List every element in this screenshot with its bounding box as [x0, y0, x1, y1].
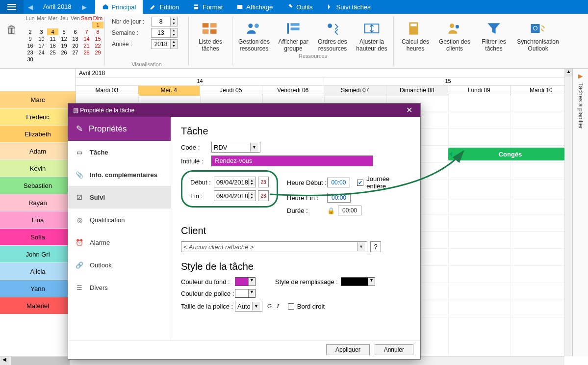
- italic-toggle[interactable]: I: [277, 302, 279, 310]
- couleur-fond-label: Couleur du fond :: [181, 278, 235, 286]
- link-icon: 🔗: [75, 261, 84, 269]
- couleur-police-label: Couleur de police :: [181, 290, 235, 297]
- clock-icon: ⏰: [75, 238, 84, 247]
- resource-row[interactable]: Sofia: [0, 229, 76, 246]
- debut-date-input[interactable]: 09/04/2018▲▼: [214, 177, 256, 187]
- resource-row[interactable]: Yann: [0, 280, 76, 297]
- resource-row[interactable]: Elizabeth: [0, 126, 76, 143]
- heure-debut-input[interactable]: 00:00: [327, 178, 351, 187]
- tab-suivi-label: Suivi tâches: [336, 3, 371, 11]
- fin-calendar-button[interactable]: 23: [258, 190, 269, 201]
- vertical-scrollbar[interactable]: ▲: [564, 69, 572, 356]
- tab-outils-label: Outils: [296, 3, 312, 11]
- btn-gestion-clients[interactable]: Gestion des clients: [435, 18, 474, 52]
- btn-afficher-groupe[interactable]: Afficher par groupe: [274, 18, 313, 52]
- tab-affichage[interactable]: Affichage: [230, 0, 280, 14]
- taille-police-select[interactable]: Auto▼: [235, 301, 262, 312]
- section-tache-heading: Tâche: [181, 126, 410, 137]
- nav-item-suivi[interactable]: ☑Suivi: [68, 186, 171, 209]
- svg-point-9: [328, 24, 332, 28]
- code-select[interactable]: RDV▼: [211, 142, 260, 153]
- annee-label: Année :: [112, 41, 151, 48]
- resource-row[interactable]: Kevin: [0, 160, 76, 177]
- fin-label: Fin :: [190, 192, 214, 200]
- annuler-button[interactable]: Annuler: [375, 344, 413, 355]
- style-remplissage-select[interactable]: ▼: [341, 277, 375, 286]
- resource-row[interactable]: Marc: [0, 91, 76, 108]
- btn-calcul-heures[interactable]: Calcul des heures: [396, 18, 435, 52]
- tab-format[interactable]: Format: [186, 0, 230, 14]
- heure-fin-input[interactable]: 00:00: [327, 193, 351, 203]
- paperclip-icon: 📎: [75, 170, 84, 179]
- date-range-highlight: Début : 09/04/2018▲▼ 23 Fin : 09/04/2018…: [181, 170, 278, 208]
- client-help-button[interactable]: ?: [370, 241, 381, 252]
- tasks-to-plan-panel[interactable]: ▶ Tâches à planifier: [572, 69, 588, 356]
- tasks-to-plan-label: Tâches à planifier: [577, 82, 584, 129]
- modal-title: Propriété de la tâche: [80, 107, 134, 114]
- btn-gestion-ressources[interactable]: Gestion des ressources: [234, 18, 274, 52]
- lock-icon[interactable]: 🔒: [327, 207, 335, 214]
- btn-ajuster-hauteur[interactable]: Ajuster la hauteur des: [352, 18, 391, 52]
- svg-point-13: [450, 24, 454, 28]
- tab-principal-label: Principal: [112, 3, 136, 11]
- resource-row[interactable]: Lina: [0, 211, 76, 229]
- client-select[interactable]: < Aucun client rattaché >▼: [181, 241, 367, 252]
- duree-input[interactable]: 00:00: [338, 206, 361, 215]
- svg-text:O: O: [533, 26, 538, 32]
- intitule-label: Intitulé :: [181, 157, 211, 165]
- month-next[interactable]: ▶: [77, 0, 91, 14]
- nav-item-info[interactable]: 📎Info. complémentaires: [68, 163, 171, 186]
- resource-row[interactable]: Frederic: [0, 108, 76, 126]
- svg-rect-2: [203, 29, 209, 34]
- tab-edition[interactable]: Edition: [143, 0, 186, 14]
- nbr-jour-spinner[interactable]: ▲▼: [151, 17, 178, 26]
- tab-edition-label: Edition: [159, 3, 179, 11]
- month-prev[interactable]: ◀: [24, 0, 37, 14]
- tab-outils[interactable]: Outils: [280, 0, 319, 14]
- month-label: Avril 2018: [37, 0, 77, 14]
- trash-icon[interactable]: 🗑: [6, 24, 17, 36]
- modal-close-button[interactable]: ✕: [403, 105, 415, 115]
- svg-rect-8: [291, 27, 300, 30]
- resource-row[interactable]: Alicia: [0, 263, 76, 280]
- group-ressources-caption: Ressources: [232, 53, 393, 60]
- btn-sync-outlook[interactable]: OSynchronisation Outlook: [513, 18, 562, 52]
- annee-spinner[interactable]: ▲▼: [151, 39, 178, 49]
- couleur-police-select[interactable]: ▼: [235, 289, 256, 298]
- target-icon: ◎: [75, 215, 84, 224]
- style-remplissage-label: Style de remplissage :: [275, 278, 338, 286]
- heure-fin-label: Heure Fin :: [287, 194, 327, 202]
- svg-point-14: [456, 25, 459, 28]
- hamburger-menu[interactable]: [0, 0, 24, 14]
- debut-calendar-button[interactable]: 23: [258, 177, 269, 187]
- svg-point-4: [248, 24, 253, 28]
- nav-item-divers[interactable]: ☰Divers: [68, 276, 171, 299]
- resource-row[interactable]: John Gri: [0, 246, 76, 263]
- nav-item-alarme[interactable]: ⏰Alarme: [68, 231, 171, 254]
- nav-item-outlook[interactable]: 🔗Outlook: [68, 254, 171, 276]
- bold-toggle[interactable]: G: [267, 302, 272, 310]
- duree-label: Durée :: [287, 207, 327, 214]
- mini-calendar[interactable]: LunMarMerJeuVenSamDim 123456789101112131…: [24, 14, 104, 68]
- btn-liste-taches[interactable]: Liste des tâches: [191, 18, 230, 52]
- bord-droit-checkbox[interactable]: Bord droit: [288, 303, 325, 310]
- journee-entiere-checkbox[interactable]: ✔Journée entière: [357, 175, 410, 190]
- couleur-fond-select[interactable]: ▼: [235, 277, 256, 286]
- appliquer-button[interactable]: Appliquer: [326, 344, 370, 355]
- intitule-input[interactable]: Rendez-vous: [211, 156, 373, 166]
- resource-row[interactable]: Rayan: [0, 194, 76, 211]
- semaine-spinner[interactable]: ▲▼: [151, 28, 178, 38]
- task-property-modal: ▧ Propriété de la tâche ✕ ✎ Propriétés ▭…: [68, 103, 421, 360]
- svg-rect-1: [210, 23, 217, 27]
- resource-row[interactable]: Materiel: [0, 297, 76, 314]
- nav-item-qualification[interactable]: ◎Qualification: [68, 209, 171, 231]
- btn-filtrer-taches[interactable]: Filtrer les tâches: [474, 18, 513, 52]
- tab-principal[interactable]: Principal: [95, 0, 143, 14]
- fin-date-input[interactable]: 09/04/2018▲▼: [214, 190, 256, 201]
- tab-suivi-taches[interactable]: Suivi tâches: [320, 0, 378, 14]
- task-conges[interactable]: Congés: [448, 148, 572, 160]
- btn-ordres-ressources[interactable]: Ordres des ressources: [313, 18, 352, 52]
- resource-row[interactable]: Adam: [0, 143, 76, 160]
- resource-row[interactable]: Sebastien: [0, 177, 76, 194]
- nav-item-tache[interactable]: ▭Tâche: [68, 141, 171, 163]
